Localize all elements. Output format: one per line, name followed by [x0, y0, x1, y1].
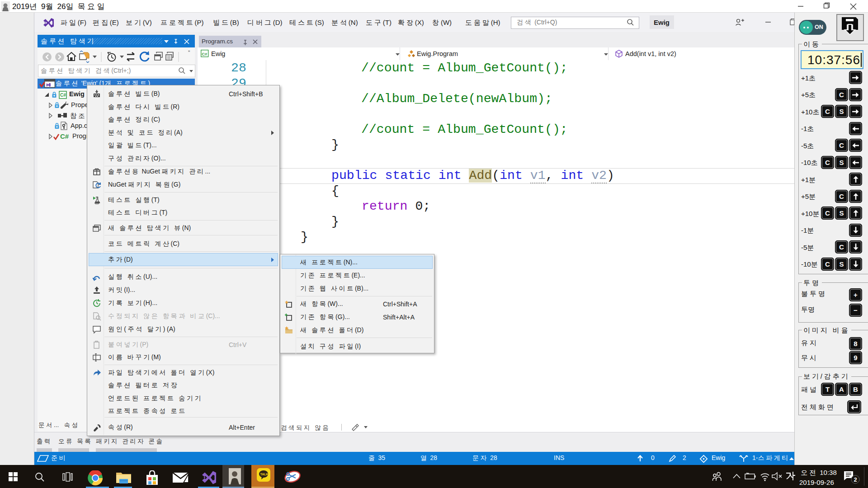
svg-text:C#: C# — [60, 93, 66, 98]
svg-text:C#: C# — [202, 52, 208, 56]
svg-text:2: 2 — [854, 476, 857, 483]
svg-text:TALK: TALK — [260, 473, 269, 476]
svg-text:C#: C# — [60, 132, 69, 140]
